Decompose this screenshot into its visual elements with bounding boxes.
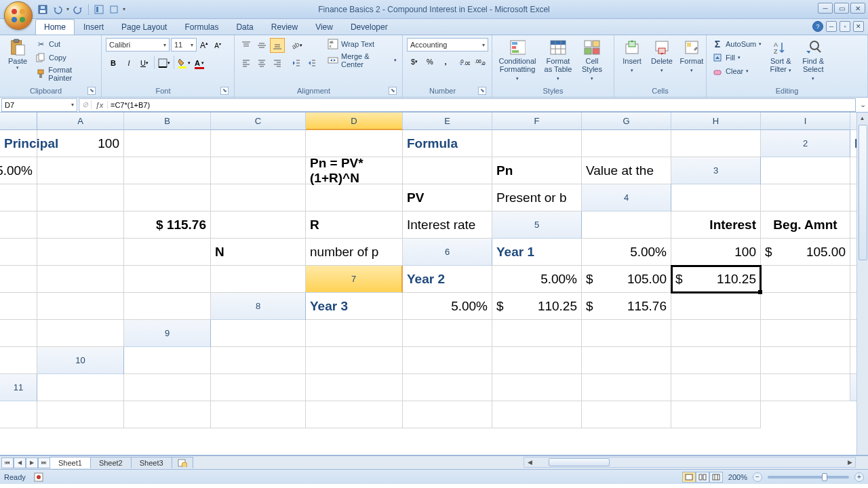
cell-G11[interactable] xyxy=(582,374,671,401)
delete-cells-button[interactable]: Delete▾ xyxy=(648,38,675,76)
cell-I6[interactable] xyxy=(211,266,306,293)
cell-E4[interactable] xyxy=(37,211,124,239)
zoom-level[interactable]: 200% xyxy=(728,473,747,481)
col-header-B[interactable]: B xyxy=(124,113,211,130)
vertical-scrollbar[interactable]: ▲ xyxy=(856,113,868,455)
cell-C7[interactable]: $105.00 xyxy=(582,266,671,293)
sheet-nav-last[interactable]: ⏭ xyxy=(38,458,50,468)
sheet-tab-2[interactable]: Sheet2 xyxy=(90,457,132,468)
cell-D1[interactable] xyxy=(211,130,306,157)
cancel-formula-icon[interactable]: ⊘ xyxy=(79,100,92,109)
col-header-D[interactable]: D xyxy=(306,113,403,130)
underline-button[interactable]: U▾ xyxy=(137,56,152,70)
cell-styles-button[interactable]: Cell Styles ▾ xyxy=(578,38,606,84)
cell-F1[interactable]: Formula xyxy=(403,130,492,157)
zoom-out-button[interactable]: − xyxy=(753,472,762,482)
cell-H10[interactable] xyxy=(761,347,850,374)
cell-H12[interactable] xyxy=(582,401,671,428)
cell-D9[interactable] xyxy=(492,320,582,347)
horizontal-scrollbar[interactable]: ◀▶ xyxy=(524,457,856,468)
font-size-combo[interactable]: 11▾ xyxy=(171,38,197,52)
fill-button[interactable]: Fill▾ xyxy=(711,52,763,64)
cell-E9[interactable] xyxy=(582,320,671,347)
cell-B9[interactable] xyxy=(306,320,403,347)
orientation-icon[interactable]: ab▾ xyxy=(289,38,304,53)
align-middle-icon[interactable] xyxy=(254,38,269,53)
decrease-decimal-icon[interactable]: .00.0 xyxy=(473,54,488,69)
row-header-7[interactable]: 7 xyxy=(306,266,403,293)
cell-F3[interactable] xyxy=(211,184,306,211)
row-header-8[interactable]: 8 xyxy=(211,293,306,320)
col-header-E[interactable]: E xyxy=(403,113,492,130)
align-top-icon[interactable] xyxy=(239,38,254,53)
minimize-button[interactable]: ─ xyxy=(818,3,833,14)
cell-A9[interactable] xyxy=(211,320,306,347)
cell-G12[interactable] xyxy=(492,401,582,428)
cell-F10[interactable] xyxy=(582,347,671,374)
cell-G5[interactable] xyxy=(124,239,211,266)
cell-E2[interactable] xyxy=(211,157,306,184)
cell-I12[interactable] xyxy=(671,401,761,428)
cell-I2[interactable]: Value at the xyxy=(582,157,671,184)
autosum-button[interactable]: ΣAutoSum▾ xyxy=(711,38,763,50)
align-left-icon[interactable] xyxy=(239,56,254,70)
qat-custom1-icon[interactable] xyxy=(93,3,105,16)
cell-G9[interactable] xyxy=(761,320,850,347)
sheet-tab-3[interactable]: Sheet3 xyxy=(131,457,172,468)
font-name-combo[interactable]: Calibri▾ xyxy=(106,38,170,52)
close-button[interactable]: ✕ xyxy=(850,3,865,14)
shrink-font-icon[interactable]: A▾ xyxy=(212,38,224,53)
tab-view[interactable]: View xyxy=(307,19,342,35)
decrease-indent-icon[interactable] xyxy=(289,56,304,70)
view-page-layout-button[interactable] xyxy=(696,472,709,483)
zoom-in-button[interactable]: + xyxy=(854,472,864,482)
row-header-11[interactable]: 11 xyxy=(0,374,37,401)
formula-input[interactable]: =C7*(1+B7) xyxy=(108,101,855,109)
bold-button[interactable]: B xyxy=(106,56,121,70)
cell-B1[interactable]: 100 xyxy=(37,130,124,157)
cell-F8[interactable] xyxy=(761,293,850,320)
cell-A10[interactable] xyxy=(124,347,211,374)
grow-font-icon[interactable]: A▴ xyxy=(198,38,210,53)
accounting-format-icon[interactable]: $▾ xyxy=(407,54,422,69)
cell-C9[interactable] xyxy=(403,320,492,347)
cell-H4[interactable]: R xyxy=(306,211,403,239)
name-box[interactable]: D7▾ xyxy=(1,98,77,112)
cell-D2[interactable] xyxy=(124,157,211,184)
cell-H7[interactable] xyxy=(37,293,124,320)
expand-formula-bar[interactable]: ⌄ xyxy=(857,100,868,109)
cell-E3[interactable] xyxy=(124,184,211,211)
tab-data[interactable]: Data xyxy=(227,19,262,35)
undo-icon[interactable] xyxy=(52,3,64,16)
cell-B11[interactable] xyxy=(124,374,211,401)
cell-H6[interactable] xyxy=(124,266,211,293)
cell-I8[interactable] xyxy=(37,320,124,347)
cell-F6[interactable] xyxy=(0,266,37,293)
cell-G3[interactable] xyxy=(306,184,403,211)
cell-D4[interactable] xyxy=(0,211,37,239)
cell-A6[interactable]: Year 1 xyxy=(492,239,582,266)
cell-G10[interactable] xyxy=(671,347,761,374)
increase-indent-icon[interactable] xyxy=(304,56,319,70)
macro-record-icon[interactable] xyxy=(34,472,43,482)
cut-button[interactable]: ✂Cut xyxy=(34,38,97,50)
cell-E1[interactable] xyxy=(306,130,403,157)
cell-C6[interactable]: 100 xyxy=(671,239,761,266)
cell-D3[interactable] xyxy=(37,184,124,211)
row-header-5[interactable]: 5 xyxy=(492,211,582,239)
merge-center-button[interactable]: Merge & Center▾ xyxy=(326,52,398,69)
cell-I5[interactable]: number of p xyxy=(306,239,403,266)
percent-format-icon[interactable]: % xyxy=(422,54,437,69)
maximize-button[interactable]: ▭ xyxy=(834,3,849,14)
row-header-2[interactable]: 2 xyxy=(761,130,850,157)
view-normal-button[interactable] xyxy=(682,472,696,483)
cell-E7[interactable] xyxy=(761,266,850,293)
cell-A11[interactable] xyxy=(37,374,124,401)
border-button[interactable]: ▾ xyxy=(157,56,172,70)
format-as-table-button[interactable]: Format as Table ▾ xyxy=(541,38,575,84)
tab-review[interactable]: Review xyxy=(262,19,307,35)
cell-A4[interactable] xyxy=(671,184,761,211)
tab-insert[interactable]: Insert xyxy=(75,19,113,35)
cell-D10[interactable] xyxy=(403,347,492,374)
increase-decimal-icon[interactable]: .0.00 xyxy=(457,54,472,69)
